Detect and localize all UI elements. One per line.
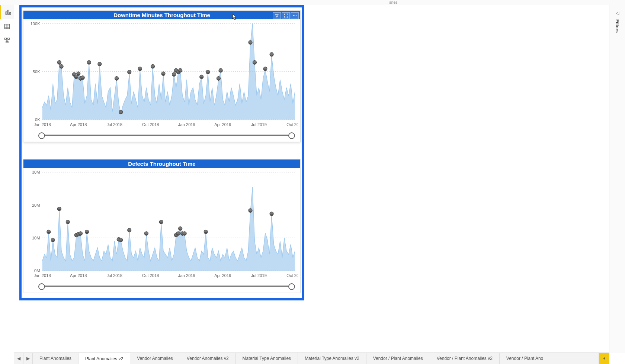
svg-line-11	[6, 39, 7, 41]
chart-title-bar: Defects Throughout Time	[23, 160, 300, 168]
data-view-button[interactable]	[0, 19, 14, 33]
date-range-slider[interactable]	[41, 283, 293, 289]
svg-text:Jul 2019: Jul 2019	[251, 122, 267, 127]
slider-handle-end[interactable]	[288, 132, 295, 139]
visual-header-tools: ▽ ⛶ ⋯	[273, 12, 299, 19]
report-view-button[interactable]	[0, 5, 15, 19]
ribbon-remainder: anes	[0, 0, 625, 6]
page-tab[interactable]: Vendor Anomalies	[130, 353, 180, 364]
svg-rect-1	[8, 10, 9, 15]
page-tab[interactable]: Vendor / Plant Anomalies	[366, 353, 430, 364]
svg-rect-3	[4, 24, 10, 29]
svg-text:Apr 2018: Apr 2018	[70, 122, 87, 127]
page-tabs: ◀ ▶ Plant AnomaliesPlant Anomalies v2Ven…	[14, 352, 609, 364]
bar-chart-icon	[5, 9, 12, 16]
svg-rect-9	[8, 38, 10, 39]
page-tab[interactable]: Plant Anomalies v2	[78, 352, 130, 364]
slider-handle-end[interactable]	[288, 283, 295, 290]
page-tab[interactable]: Vendor / Plant Anomalies v2	[430, 353, 500, 364]
svg-text:Jan 2018: Jan 2018	[34, 273, 51, 278]
defects-chart-visual[interactable]: Defects Throughout Time 0M10M20M30MJan 2…	[23, 159, 301, 293]
tab-scroll-right[interactable]: ▶	[23, 353, 33, 364]
more-options-icon[interactable]: ⋯	[291, 12, 299, 19]
svg-text:Apr 2019: Apr 2019	[214, 273, 231, 278]
svg-text:10M: 10M	[32, 236, 40, 240]
svg-text:0K: 0K	[35, 117, 40, 122]
slider-track	[41, 135, 293, 136]
slider-handle-start[interactable]	[38, 283, 45, 290]
table-icon	[4, 23, 10, 30]
svg-text:Jan 2019: Jan 2019	[178, 122, 195, 127]
svg-text:Oct 2019: Oct 2019	[286, 122, 298, 127]
svg-line-12	[7, 39, 9, 41]
filters-pane-collapsed[interactable]: ◁ Filters	[609, 5, 625, 353]
model-view-button[interactable]	[0, 33, 14, 48]
focus-mode-icon[interactable]: ⛶	[282, 12, 290, 19]
svg-rect-0	[6, 12, 7, 15]
svg-text:Apr 2018: Apr 2018	[70, 273, 87, 278]
slider-handle-start[interactable]	[38, 132, 45, 139]
svg-text:Apr 2019: Apr 2019	[214, 122, 231, 127]
chart-title: Downtime Minutes Throughout Time	[113, 12, 210, 18]
page-tab[interactable]: Plant Anomalies	[33, 353, 78, 364]
svg-text:Oct 2018: Oct 2018	[142, 122, 159, 127]
svg-text:100K: 100K	[31, 21, 40, 26]
svg-text:50K: 50K	[33, 70, 40, 74]
svg-text:Jul 2019: Jul 2019	[251, 273, 267, 278]
page-tab[interactable]: Material Type Anomalies	[236, 353, 298, 364]
svg-text:20M: 20M	[32, 203, 40, 207]
slider-track	[41, 286, 293, 287]
svg-rect-10	[6, 41, 8, 43]
page-tab[interactable]: Vendor / Plant Ano	[500, 353, 550, 364]
chart-title: Defects Throughout Time	[128, 161, 195, 167]
view-rail	[0, 5, 15, 353]
svg-text:Jul 2018: Jul 2018	[107, 122, 122, 127]
filters-label: Filters	[615, 19, 620, 33]
report-canvas[interactable]: Downtime Minutes Throughout Time ▽ ⛶ ⋯ 0…	[14, 5, 609, 353]
visual-group-selection[interactable]: Downtime Minutes Throughout Time ▽ ⛶ ⋯ 0…	[19, 5, 304, 300]
page-tab[interactable]: Material Type Anomalies v2	[298, 353, 366, 364]
date-range-slider[interactable]	[41, 132, 293, 138]
svg-text:0M: 0M	[34, 268, 40, 273]
chart-title-bar: Downtime Minutes Throughout Time ▽ ⛶ ⋯	[23, 11, 300, 19]
svg-text:30M: 30M	[32, 170, 40, 174]
downtime-plot-area: 0K50K100KJan 2018Apr 2018Jul 2018Oct 201…	[26, 21, 298, 128]
filter-icon[interactable]: ▽	[273, 12, 281, 19]
page-tab[interactable]: Vendor Anomalies v2	[180, 353, 236, 364]
svg-rect-8	[4, 38, 6, 39]
defects-plot-area: 0M10M20M30MJan 2018Apr 2018Jul 2018Oct 2…	[26, 170, 298, 278]
svg-text:Jan 2019: Jan 2019	[178, 273, 195, 278]
expand-filters-icon[interactable]: ◁	[616, 10, 619, 16]
svg-text:Jul 2018: Jul 2018	[107, 273, 122, 278]
svg-rect-2	[10, 13, 11, 15]
add-page-button[interactable]: +	[599, 353, 609, 364]
svg-text:Oct 2018: Oct 2018	[142, 273, 159, 278]
model-icon	[4, 37, 10, 44]
downtime-chart-visual[interactable]: Downtime Minutes Throughout Time ▽ ⛶ ⋯ 0…	[23, 10, 301, 142]
tab-scroll-left[interactable]: ◀	[14, 353, 23, 364]
svg-text:Jan 2018: Jan 2018	[34, 122, 51, 127]
svg-text:Oct 2019: Oct 2019	[286, 273, 298, 278]
